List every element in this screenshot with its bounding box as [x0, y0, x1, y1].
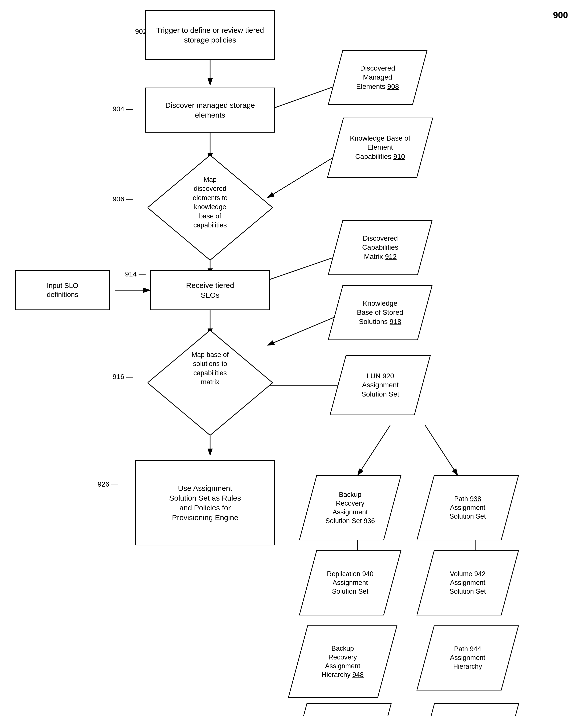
label-914: 914 — [125, 270, 146, 278]
knowledge-base-elem-box: Knowledge Base ofElementCapabilities 910 [327, 118, 433, 178]
replication-940-box: Replication 940AssignmentSolution Set [299, 550, 401, 615]
backup-recovery-936-box: BackupRecoveryAssignmentSolution Set 936 [299, 475, 401, 540]
volume-946-box: Volume 946AssignmentHierarchy [289, 703, 392, 716]
label-916: 916 — [112, 373, 133, 381]
discover-box: Discover managed storageelements [145, 87, 275, 132]
discovered-cap-box: DiscoveredCapabilitiesMatrix 912 [328, 220, 433, 275]
label-904: 904 — [112, 105, 133, 113]
map-solutions-diamond-svg: Map base ofsolutions tocapabilitiesmatri… [148, 330, 273, 435]
knowledge-stored-box: KnowledgeBase of StoredSolutions 918 [328, 285, 433, 340]
label-926: 926 — [98, 480, 118, 488]
map-diamond-svg: Mapdiscoveredelements toknowledgebase of… [148, 155, 273, 260]
diagram-number: 900 [553, 10, 568, 21]
svg-line-12 [358, 425, 390, 475]
use-assignment-box: Use AssignmentSolution Set as Rulesand P… [135, 460, 275, 545]
input-slo-box: Input SLOdefinitions [15, 270, 110, 310]
backup-recovery-948-box: BackupRecoveryAssignmentHierarchy 948 [288, 626, 397, 698]
diagram-container: 900 [0, 0, 588, 716]
discovered-managed-box: DiscoveredManagedElements 908 [328, 50, 428, 105]
map-diamond-wrapper: Mapdiscoveredelements toknowledgebase of… [148, 155, 273, 260]
path-944-box: Path 944AssignmentHierarchy [416, 626, 519, 691]
svg-line-13 [425, 425, 458, 475]
label-906: 906 — [112, 195, 133, 203]
volume-942-box: Volume 942AssignmentSolution Set [416, 550, 519, 615]
svg-line-7 [268, 255, 340, 280]
map-solutions-diamond-wrapper: Map base ofsolutions tocapabilitiesmatri… [148, 330, 273, 435]
receive-slos-box: Receive tieredSLOs [150, 270, 270, 310]
lun-assignment-box: LUN 920AssignmentSolution Set [330, 355, 431, 415]
trigger-box: Trigger to define or review tiered stora… [145, 10, 275, 60]
replication-950-box: Replication 950AssignmentHierarchy [416, 703, 519, 716]
path-938-box: Path 938AssignmentSolution Set [416, 475, 519, 540]
